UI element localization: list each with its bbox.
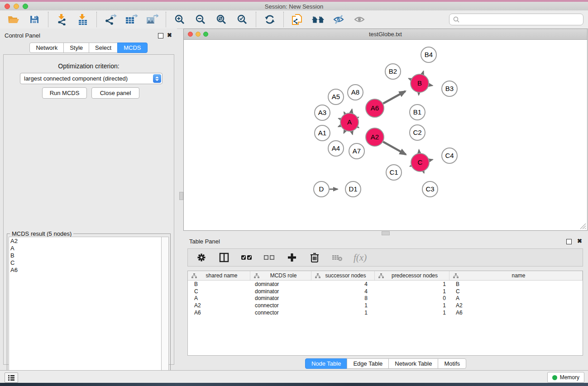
tab-network-table[interactable]: Network Table	[388, 358, 438, 369]
float-table-panel-icon[interactable]	[566, 239, 572, 244]
mcds-result-list[interactable]: A2ABCA6	[9, 237, 162, 386]
mcds-result-item[interactable]: A6	[10, 267, 162, 274]
column-header-successor-nodes[interactable]: successor nodes	[311, 271, 375, 280]
edge-A-A3[interactable]	[339, 119, 340, 119]
tab-select[interactable]: Select	[89, 43, 118, 53]
tab-edge-table[interactable]: Edge Table	[347, 358, 389, 369]
edge-C-C1[interactable]	[410, 166, 411, 166]
select-all-columns-icon[interactable]	[240, 251, 253, 264]
refresh-view-icon[interactable]	[263, 13, 277, 26]
show-all-icon[interactable]	[353, 13, 367, 26]
mcds-result-item[interactable]: C	[10, 259, 162, 267]
tab-motifs[interactable]: Motifs	[438, 358, 466, 369]
edge-A6-B[interactable]	[383, 91, 405, 103]
tab-network[interactable]: Network	[29, 43, 64, 53]
edge-B-B2[interactable]	[409, 78, 411, 79]
import-table-icon[interactable]	[76, 13, 90, 26]
float-panel-icon[interactable]	[158, 33, 163, 38]
table-row[interactable]: A2connector11A2	[188, 302, 583, 309]
graph-node-B3[interactable]: B3	[442, 81, 457, 96]
export-image-icon[interactable]	[145, 13, 159, 26]
table-row[interactable]: Adominator80A	[188, 295, 583, 302]
edge-C-C3[interactable]	[423, 172, 424, 173]
network-canvas[interactable]: AA1A2A3A4A5A6A7A8BB1B2B3B4CC1C2C3C4DD1	[184, 40, 587, 230]
memory-button[interactable]: Memory	[547, 372, 584, 383]
edge-A-A7[interactable]	[352, 131, 353, 134]
graph-node-B2[interactable]: B2	[385, 64, 401, 79]
graph-node-C4[interactable]: C4	[442, 148, 457, 163]
tab-style[interactable]: Style	[63, 43, 89, 53]
close-panel-icon[interactable]: ✖	[167, 32, 172, 38]
tab-node-table[interactable]: Node Table	[305, 358, 348, 369]
mcds-result-scrollbar[interactable]	[161, 237, 169, 386]
delete-columns-icon[interactable]	[308, 251, 321, 264]
window-resize-grip[interactable]	[579, 222, 586, 229]
column-header-shared-name[interactable]: shared name	[188, 271, 250, 280]
close-table-panel-icon[interactable]: ✖	[577, 238, 582, 244]
edge-A-A6[interactable]	[358, 117, 359, 118]
edge-A-A4[interactable]	[344, 131, 345, 133]
graph-node-A[interactable]: A	[340, 113, 359, 131]
graph-node-C3[interactable]: C3	[422, 181, 438, 197]
edge-A-A5[interactable]	[344, 112, 345, 114]
search-input[interactable]	[461, 15, 583, 24]
function-builder-icon[interactable]: f(x)	[354, 252, 367, 263]
vertical-divider-grip[interactable]	[179, 192, 183, 200]
column-header-name[interactable]: name	[449, 271, 583, 280]
graph-node-A8[interactable]: A8	[348, 85, 363, 100]
run-mcds-button[interactable]: Run MCDS	[42, 87, 87, 99]
mcds-result-item[interactable]: A2	[10, 238, 162, 245]
edge-B-B3[interactable]	[429, 85, 433, 86]
task-history-button[interactable]	[5, 372, 18, 383]
edge-C-C4[interactable]	[429, 160, 433, 161]
graph-node-C[interactable]: C	[411, 153, 429, 172]
zoom-fit-icon[interactable]	[215, 13, 228, 26]
edge-C-C2[interactable]	[419, 150, 419, 153]
new-network-from-selection-icon[interactable]	[291, 13, 304, 26]
graph-node-A7[interactable]: A7	[349, 143, 364, 159]
search-box[interactable]	[449, 14, 583, 25]
export-table-icon[interactable]	[124, 13, 138, 26]
graph-node-A3[interactable]: A3	[315, 105, 330, 120]
close-panel-button[interactable]: Close panel	[91, 87, 139, 99]
table-options-icon[interactable]	[195, 251, 208, 264]
table-row[interactable]: Cdominator41C	[188, 288, 583, 295]
show-columns-icon[interactable]	[218, 251, 230, 264]
first-neighbors-icon[interactable]	[311, 13, 325, 26]
delete-table-icon[interactable]	[331, 251, 344, 264]
save-session-icon[interactable]	[28, 13, 41, 26]
graph-node-A6[interactable]: A6	[366, 99, 384, 117]
graph-node-A5[interactable]: A5	[328, 89, 344, 105]
column-header-predecessor-nodes[interactable]: predecessor nodes	[375, 271, 449, 280]
edge-B-B4[interactable]	[422, 71, 423, 74]
import-network-icon[interactable]	[55, 13, 69, 26]
graph-node-D1[interactable]: D1	[345, 181, 361, 197]
graph-node-D[interactable]: D	[314, 181, 329, 197]
zoom-out-icon[interactable]	[194, 13, 207, 26]
unselect-all-columns-icon[interactable]	[263, 251, 276, 264]
edge-A-A1[interactable]	[338, 126, 340, 127]
graph-node-B4[interactable]: B4	[421, 47, 436, 62]
mcds-result-item[interactable]: B	[10, 252, 162, 259]
edge-A-A8[interactable]	[351, 109, 352, 113]
graph-node-C1[interactable]: C1	[386, 165, 402, 180]
graph-node-B1[interactable]: B1	[410, 105, 425, 120]
zoom-selected-icon[interactable]	[235, 13, 249, 26]
graph-node-A2[interactable]: A2	[366, 128, 384, 146]
edge-A2-C[interactable]	[383, 142, 406, 154]
horizontal-divider-grip[interactable]	[382, 231, 390, 235]
open-session-icon[interactable]	[7, 13, 20, 26]
hide-selected-icon[interactable]	[332, 13, 346, 26]
graph-node-A1[interactable]: A1	[315, 125, 330, 141]
mcds-result-item[interactable]: A	[10, 245, 162, 252]
optimization-select[interactable]: largest connected component (directed)	[20, 73, 163, 84]
table-row[interactable]: A6connector11A6	[188, 309, 583, 316]
graph-node-C2[interactable]: C2	[410, 125, 425, 140]
column-header-MCDS-role[interactable]: MCDS role	[250, 271, 311, 280]
tab-mcds[interactable]: MCDS	[117, 43, 147, 53]
create-column-icon[interactable]	[286, 251, 298, 264]
table-row[interactable]: Bdominator41B	[188, 281, 583, 288]
export-network-icon[interactable]	[104, 13, 117, 26]
graph-node-B[interactable]: B	[411, 74, 429, 92]
edge-A-A2[interactable]	[358, 127, 359, 128]
